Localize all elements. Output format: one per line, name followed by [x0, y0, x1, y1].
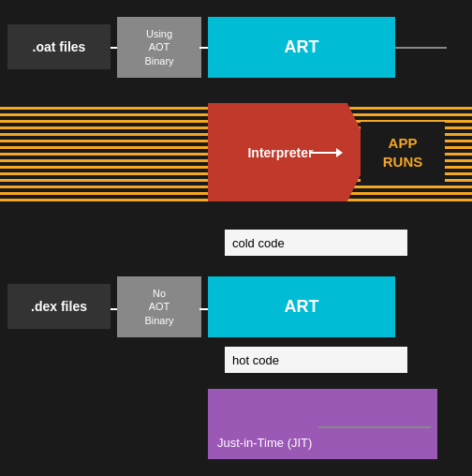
- app-runs-label: APPRUNS: [383, 134, 423, 171]
- oat-files-box: .oat files: [7, 24, 111, 69]
- interpreter-label: Interpreter: [247, 145, 313, 160]
- section-bottom: .dex files NoAOTBinary ART: [0, 267, 472, 351]
- art-bottom-box: ART: [208, 276, 395, 337]
- diagram-container: .oat files UsingAOTBinary ART: [0, 0, 472, 476]
- app-runs-box: APPRUNS: [361, 122, 445, 183]
- line-art-top-right: [395, 47, 447, 49]
- hot-code-label-box: hot code: [225, 347, 407, 373]
- oat-files-label: .oat files: [33, 39, 86, 54]
- art-top-label: ART: [285, 37, 319, 57]
- jit-section: Just-in-Time (JIT): [208, 389, 437, 459]
- no-aot-label: NoAOTBinary: [144, 287, 173, 327]
- dex-files-label: .dex files: [31, 299, 87, 314]
- no-aot-binary-box: NoAOTBinary: [117, 276, 201, 337]
- dex-files-box: .dex files: [7, 284, 111, 329]
- jit-label: Just-in-Time (JIT): [217, 436, 312, 450]
- hot-code-text: hot code: [232, 353, 279, 367]
- jit-line-icon: [318, 426, 431, 428]
- section-middle: Interpreter APPRUNS: [0, 103, 472, 201]
- cold-code-text: cold code: [232, 236, 285, 250]
- using-aot-label: UsingAOTBinary: [144, 27, 173, 67]
- section-top: .oat files UsingAOTBinary ART: [0, 7, 472, 87]
- art-top-box: ART: [208, 17, 395, 78]
- arrow-interpreter-icon: [309, 152, 337, 154]
- art-bottom-label: ART: [285, 297, 319, 317]
- cold-code-label-box: cold code: [225, 230, 407, 256]
- interpreter-box: Interpreter: [208, 103, 372, 201]
- using-aot-binary-box: UsingAOTBinary: [117, 17, 201, 78]
